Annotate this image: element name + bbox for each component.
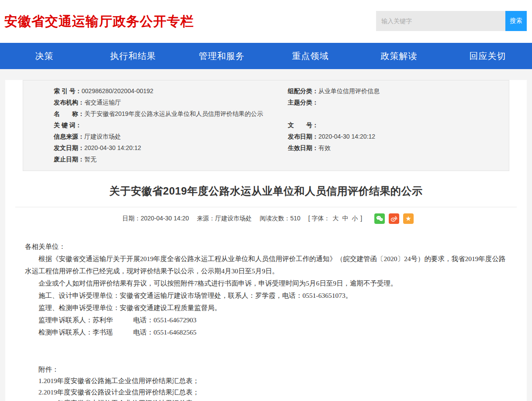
meta-label: 生效日期： (288, 144, 318, 151)
meta-row-abolish-date: 废止日期：暂无 (54, 153, 288, 165)
weibo-icon (390, 214, 398, 223)
font-size-prefix: [ 字体： (308, 215, 330, 222)
meta-row-document-number: 文 号： (288, 119, 509, 131)
meta-value: 省交通运输厅 (84, 99, 121, 106)
article-paragraph: 检测申诉联系人：李书瑶 电话：0551-64682565 (25, 326, 507, 338)
search-input[interactable] (376, 11, 505, 31)
weibo-share-icon[interactable] (389, 213, 399, 224)
share-icons: ★ (370, 213, 414, 224)
meta-value: 2020-04-30 14:20:12 (84, 144, 141, 151)
favorite-share-icon[interactable]: ★ (403, 213, 414, 224)
font-size-suffix: ] (360, 215, 362, 222)
meta-row-issue-date: 发文日期：2020-04-30 14:20:12 (54, 142, 288, 153)
meta-label: 名 称： (54, 110, 84, 117)
site-header: 安徽省交通运输厅政务公开专栏 搜索 (0, 0, 532, 43)
document-meta-box: 索 引 号：002986280/202004-00192 发布机构：省交通运输厅… (23, 80, 509, 171)
article-paragraph: 监理、检测申诉受理单位：安徽省交通建设工程质量监督局。 (25, 302, 507, 314)
attachments-heading: 附件： (25, 364, 507, 375)
meta-row-spacer (288, 108, 509, 119)
spacer (25, 338, 507, 364)
meta-label: 发文日期： (54, 144, 84, 151)
article-date: 日期：2020-04-30 14:20 (122, 215, 189, 223)
meta-label: 发布日期： (288, 133, 318, 140)
article-body: 各相关单位： 根据《安徽省交通运输厅关于开展2019年度全省公路水运工程从业单位… (5, 241, 527, 401)
nav-item-decision[interactable]: 决策 (0, 50, 89, 62)
site-title: 安徽省交通运输厅政务公开专栏 (0, 13, 194, 31)
meta-label: 组配分类： (288, 87, 318, 94)
nav-item-respond-concerns[interactable]: 回应关切 (443, 50, 532, 62)
main-nav: 决策 执行和结果 管理和服务 重点领域 政策解读 回应关切 (0, 43, 532, 69)
meta-row-publish-date: 发布日期：2020-04-30 14:20:12 (288, 131, 509, 142)
meta-column-left: 索 引 号：002986280/202004-00192 发布机构：省交通运输厅… (23, 85, 288, 165)
meta-value: 关于安徽省2019年度公路水运从业单位和人员信用评价结果的公示 (84, 110, 263, 117)
meta-value: 暂无 (84, 156, 97, 163)
nav-item-policy-interpretation[interactable]: 政策解读 (355, 50, 443, 62)
meta-row-index-number: 索 引 号：002986280/202004-00192 (54, 85, 288, 97)
search-button[interactable]: 搜索 (505, 11, 527, 31)
meta-label: 索 引 号： (54, 87, 82, 94)
article-paragraph: 施工、设计申诉受理单位：安徽省交通运输厅建设市场管理处，联系人：罗学霞，电话：0… (25, 289, 507, 302)
nav-item-key-areas[interactable]: 重点领域 (266, 50, 355, 62)
article-paragraph: 企业或个人如对信用评价结果有异议，可以按照附件7格式进行书面申诉，申诉受理时间为… (25, 277, 507, 289)
content-wrapper: 索 引 号：002986280/202004-00192 发布机构：省交通运输厅… (5, 80, 527, 401)
star-icon: ★ (405, 215, 411, 223)
article-paragraph: 监理申诉联系人：苏利华 电话：0551-64672903 (25, 314, 507, 326)
meta-row-document-name: 名 称：关于安徽省2019年度公路水运从业单位和人员信用评价结果的公示 (54, 108, 288, 119)
meta-row-effective-date: 生效日期：有效 (288, 142, 509, 153)
nav-item-execution-results[interactable]: 执行和结果 (89, 50, 177, 62)
article-meta-line: 日期：2020-04-30 14:20 来源：厅建设市场处 阅读次数：510 [… (5, 213, 527, 224)
attachment-link-2[interactable]: 2.2019年度安徽省公路设计企业信用评价结果汇总表； (25, 387, 507, 398)
meta-label: 信息来源： (54, 133, 84, 140)
font-size-medium-button[interactable]: 中 (342, 215, 348, 222)
meta-label: 废止日期： (54, 156, 84, 163)
meta-value: 2020-04-30 14:20:12 (318, 133, 375, 140)
meta-row-keywords: 关 键 词： (54, 119, 288, 131)
meta-value: 从业单位信用评价信息 (318, 87, 380, 94)
meta-row-info-source: 信息来源：厅建设市场处 (54, 131, 288, 142)
meta-label: 主题分类： (288, 99, 318, 106)
nav-item-management-services[interactable]: 管理和服务 (177, 50, 266, 62)
font-size-control: [ 字体： 大 中 小 ] (308, 215, 362, 223)
meta-column-right: 组配分类：从业单位信用评价信息 主题分类： 文 号： 发布日期：2020-04-… (288, 85, 509, 165)
meta-row-topic-category: 主题分类： (288, 97, 509, 108)
font-size-large-button[interactable]: 大 (333, 215, 339, 222)
article-paragraph: 根据《安徽省交通运输厅关于开展2019年度全省公路水运工程从业单位和人员信用评价… (25, 253, 507, 277)
search-box: 搜索 (376, 11, 527, 31)
meta-label: 文 号： (288, 122, 318, 129)
title-divider (15, 207, 517, 207)
meta-value: 厅建设市场处 (84, 133, 121, 140)
meta-row-issuing-agency: 发布机构：省交通运输厅 (54, 97, 288, 108)
attachment-link-3[interactable]: 3.2019年度安徽省水运施工企业信用评价结果汇总表； (25, 398, 507, 401)
wechat-share-icon[interactable] (374, 213, 385, 224)
attachment-link-1[interactable]: 1.2019年度安徽省公路施工企业信用评价结果汇总表； (25, 375, 507, 387)
article-source: 来源：厅建设市场处 (197, 215, 252, 223)
article-paragraph: 各相关单位： (25, 241, 507, 253)
meta-value: 002986280/202004-00192 (82, 87, 153, 94)
wechat-icon (375, 214, 384, 223)
meta-label: 关 键 词： (54, 122, 82, 129)
font-size-small-button[interactable]: 小 (352, 215, 358, 222)
meta-label: 发布机构： (54, 99, 84, 106)
article-title: 关于安徽省2019年度公路水运从业单位和人员信用评价结果的公示 (5, 184, 527, 198)
meta-row-group-category: 组配分类：从业单位信用评价信息 (288, 85, 509, 97)
meta-value: 有效 (318, 144, 331, 151)
article-view-count: 阅读次数：510 (259, 215, 300, 223)
